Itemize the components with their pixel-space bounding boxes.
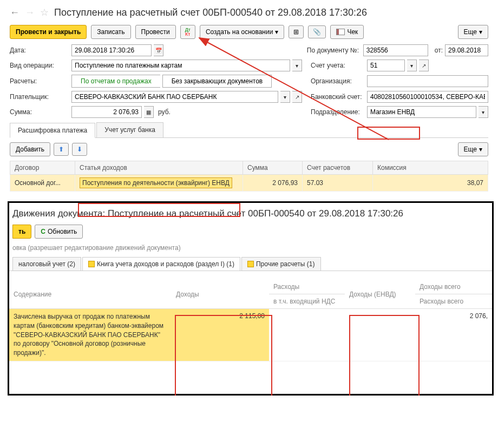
calc-seg-reports[interactable]: По отчетам о продажах [71,75,160,88]
movements-hint: овка (разрешает редактирование движений … [9,244,492,257]
more-button[interactable]: Еще ▾ [458,25,488,39]
docnum-label: По документу №: [307,47,361,54]
paperclip-icon: 📎 [313,28,321,36]
mov-tab-other[interactable]: Прочие расчеты (1) [241,257,321,271]
sum-calc[interactable]: ▦ [144,106,154,118]
move-down-button[interactable]: ⬇ [72,143,87,156]
date-input[interactable] [71,44,152,56]
mcol-income-total[interactable]: Доходы всего [415,280,492,294]
mcol-income-envd[interactable]: Доходы (ЕНВД) [345,280,415,309]
grid-row[interactable]: Основной дог... Поступления по деятельно… [10,175,488,192]
sum-currency: руб. [158,108,171,116]
cell-income-item[interactable]: Поступления по деятельности (эквайринг) … [75,175,243,192]
optype-label: Вид операции: [10,62,69,69]
account-dropdown[interactable]: ▾ [407,60,417,71]
optype-input[interactable] [71,60,290,71]
mcell-income[interactable]: 2 115,00 [172,309,269,361]
calendar-icon[interactable]: 📅 [154,44,163,56]
check-icon [336,29,345,35]
post-and-close-button[interactable]: Провести и закрыть [10,25,87,39]
attach-button[interactable]: 📎 [308,25,326,38]
cell-commission[interactable]: 38,07 [373,175,488,192]
movements-grid: Содержание Доходы Расходы Доходы (ЕНВД) … [9,280,492,394]
sum-input[interactable] [71,106,142,118]
col-settle-acc[interactable]: Счет расчетов [303,161,373,175]
mcol-content[interactable]: Содержание [9,280,172,309]
grid-more-button[interactable]: Еще ▾ [458,142,488,156]
division-label: Подразделение: [311,108,365,116]
optype-dropdown[interactable]: ▾ [292,60,302,71]
mov-tab-book[interactable]: Книга учета доходов и расходов (раздел I… [82,257,240,271]
from-date-input[interactable] [445,44,488,56]
calc-seg-noclose[interactable]: Без закрывающих документов [162,75,272,88]
docnum-input[interactable] [363,44,428,56]
tab-decode[interactable]: Расшифровка платежа [10,123,95,138]
account-input[interactable] [367,60,405,71]
from-label: от: [435,47,443,54]
cell-sum[interactable]: 2 076,93 [243,175,303,192]
payer-dropdown[interactable]: ▾ [280,91,290,103]
star-icon[interactable]: ☆ [40,6,49,18]
save-button[interactable]: Записать [91,25,130,39]
cell-settle-acc[interactable]: 57.03 [303,175,373,192]
movements-title: Движения документа: Поступление на расче… [9,203,492,223]
structure-button[interactable]: ⊞ [289,25,304,38]
col-income-item[interactable]: Статья доходов [75,161,243,175]
account-open[interactable]: ↗ [419,60,429,71]
post-button[interactable]: Провести [135,25,176,39]
mcol-expense-total[interactable]: Расходы всего [415,294,492,309]
chevron-down-icon: ▾ [479,28,482,36]
mcell-income-total[interactable]: 2 076, [415,309,492,361]
check-button[interactable]: Чек [330,25,364,39]
tab-icon [247,261,254,267]
movements-panel: Движения документа: Поступление на расче… [8,201,494,396]
calc-label: Расчеты: [10,77,69,85]
payer-label: Плательщик: [10,93,69,101]
chevron-down-icon: ▾ [479,146,482,153]
mcol-income[interactable]: Доходы [172,280,269,309]
refresh-button[interactable]: C Обновить [35,225,83,239]
payer-open[interactable]: ↗ [292,91,302,103]
payment-grid: Договор Статья доходов Сумма Счет расчет… [10,161,488,192]
division-dropdown[interactable]: ▾ [479,106,488,118]
move-up-button[interactable]: ⬆ [54,143,69,156]
col-commission[interactable]: Комиссия [373,161,488,175]
chevron-down-icon: ▾ [275,28,278,36]
dtkt-button[interactable]: ДтКт [180,25,195,39]
account-label: Счет учета: [311,62,365,69]
tab-icon [88,261,95,267]
date-label: Дата: [10,47,69,54]
refresh-icon: C [41,228,45,235]
create-based-on-button[interactable]: Создать на основании ▾ [200,25,285,39]
sum-label: Сумма: [10,108,69,116]
mcol-expense[interactable]: Расходы [269,280,345,294]
back-arrow-icon[interactable]: ← [10,7,19,18]
col-contract[interactable]: Договор [10,161,75,175]
mcol-vat[interactable]: в т.ч. входящий НДС [269,294,345,309]
mcell-content[interactable]: Зачислена выручка от продаж по платежным… [9,309,172,361]
bankacc-label: Банковский счет: [311,93,365,101]
bankacc-input[interactable] [367,91,488,103]
movements-close-button[interactable]: ть [12,225,31,239]
payer-input[interactable] [71,91,278,103]
add-row-button[interactable]: Добавить [10,142,50,156]
mov-tab-tax[interactable]: налоговый учет (2) [12,257,81,271]
movements-row[interactable]: Зачислена выручка от продаж по платежным… [9,309,492,361]
forward-arrow-icon[interactable]: → [25,7,35,18]
org-input[interactable] [367,75,488,87]
cell-contract[interactable]: Основной дог... [10,175,75,192]
tab-bank-services[interactable]: Учет услуг банка [96,122,163,137]
mcell-expense[interactable] [269,309,345,361]
org-label: Организация: [311,77,365,85]
mcell-income-envd[interactable] [345,309,415,361]
division-input[interactable] [367,106,476,118]
page-title: Поступление на расчетный счет 00БП-00054… [54,7,367,18]
col-sum[interactable]: Сумма [243,161,303,175]
